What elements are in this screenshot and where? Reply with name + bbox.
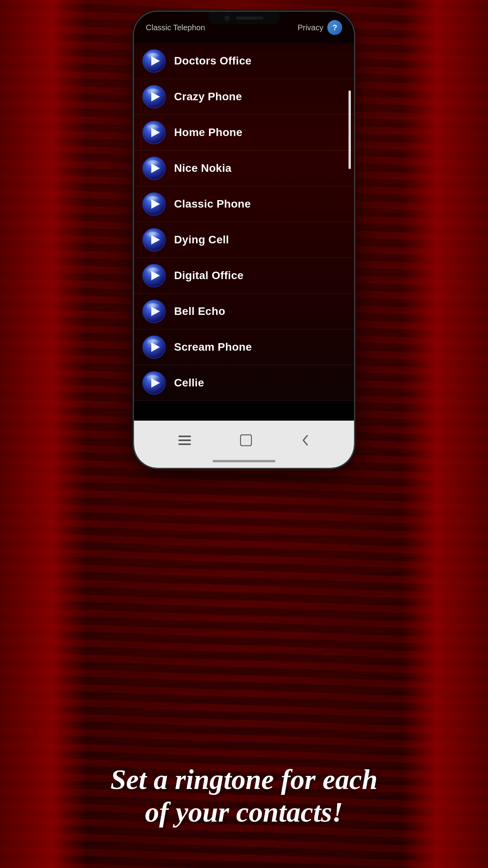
ringtone-label: Classic Phone (174, 198, 251, 210)
ringtone-label: Digital Office (174, 269, 244, 282)
speaker-grille (236, 17, 264, 20)
play-button-icon[interactable] (142, 156, 166, 180)
ringtone-list: Doctors Office Crazy Phone (134, 43, 354, 401)
play-button-icon[interactable] (142, 49, 166, 73)
nav-right-controls: Privacy ? (297, 20, 342, 35)
list-item[interactable]: Scream Phone (134, 329, 354, 365)
back-nav-icon[interactable] (301, 434, 310, 447)
ringtone-label: Home Phone (174, 126, 242, 139)
svg-rect-32 (178, 443, 191, 445)
play-button-icon[interactable] (142, 335, 166, 359)
list-item[interactable]: Doctors Office (134, 43, 354, 79)
play-button-icon[interactable] (142, 120, 166, 145)
list-item[interactable]: Digital Office (134, 258, 354, 294)
ringtone-label: Dying Cell (174, 234, 229, 246)
svg-rect-30 (178, 436, 191, 437)
marketing-headline: Set a ringtone for each of your contacts… (24, 763, 464, 829)
list-item[interactable]: Classic Phone (134, 186, 354, 222)
scrollbar[interactable] (349, 90, 351, 169)
swipe-bar (213, 460, 275, 462)
help-button[interactable]: ? (327, 20, 342, 35)
ringtone-label: Cellie (174, 377, 204, 389)
ringtone-label: Doctors Office (174, 55, 251, 67)
play-button-icon[interactable] (142, 263, 166, 288)
play-button-icon[interactable] (142, 228, 166, 252)
ringtone-label: Crazy Phone (174, 90, 242, 103)
app-title: Classic Telephon (146, 23, 205, 32)
list-item[interactable]: Bell Echo (134, 294, 354, 329)
play-button-icon[interactable] (142, 192, 166, 216)
list-item[interactable]: Home Phone (134, 115, 354, 151)
camera-dot (224, 15, 230, 21)
privacy-link[interactable]: Privacy (297, 23, 323, 32)
phone-screen: Classic Telephon Privacy ? (134, 12, 354, 468)
svg-rect-31 (178, 440, 191, 441)
ringtone-label: Scream Phone (174, 341, 252, 353)
home-nav-icon[interactable] (240, 434, 252, 446)
svg-rect-33 (240, 435, 251, 446)
notch (209, 12, 279, 24)
list-item[interactable]: Crazy Phone (134, 79, 354, 115)
nav-bar: Classic Telephon Privacy ? (134, 12, 354, 43)
ringtone-label: Bell Echo (174, 305, 225, 318)
play-button-icon[interactable] (142, 299, 166, 324)
list-item[interactable]: Nice Nokia (134, 151, 354, 186)
ringtone-label: Nice Nokia (174, 162, 231, 175)
list-item[interactable]: Cellie (134, 365, 354, 401)
play-button-icon[interactable] (142, 85, 166, 109)
phone-device: Classic Telephon Privacy ? (134, 12, 354, 468)
marketing-text: Set a ringtone for each of your contacts… (0, 763, 488, 829)
menu-nav-icon[interactable] (178, 435, 191, 446)
curtain-right (402, 0, 488, 868)
play-button-icon[interactable] (142, 371, 166, 395)
curtain-left (0, 0, 86, 868)
list-item[interactable]: Dying Cell (134, 222, 354, 258)
